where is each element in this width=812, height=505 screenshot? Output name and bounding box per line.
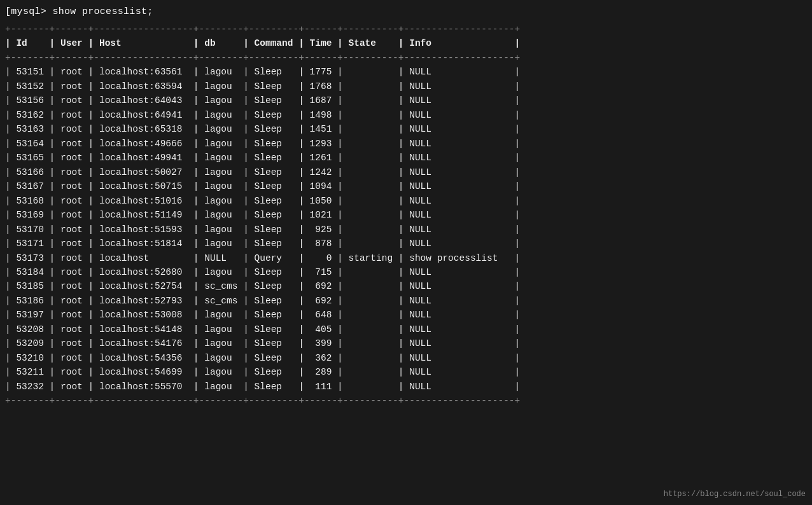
table-row: | 53209 | root | localhost:54176 | lagou… (5, 336, 807, 350)
table-row: | 53169 | root | localhost:51149 | lagou… (5, 208, 807, 222)
table-row: | 53197 | root | localhost:53008 | lagou… (5, 308, 807, 322)
prompt-line: [mysql> show processlist; (5, 6, 807, 17)
table-row: | 53164 | root | localhost:49666 | lagou… (5, 137, 807, 151)
table-row: | 53186 | root | localhost:52793 | sc_cm… (5, 294, 807, 308)
table-row: | 53211 | root | localhost:54699 | lagou… (5, 365, 807, 379)
table-row: | 53184 | root | localhost:52680 | lagou… (5, 265, 807, 279)
watermark: https://blog.csdn.net/soul_code (664, 490, 806, 499)
table-row: | 53156 | root | localhost:64043 | lagou… (5, 93, 807, 107)
table-header: | Id | User | Host | db | Command | Time… (5, 36, 807, 50)
table-row: | 53170 | root | localhost:51593 | lagou… (5, 223, 807, 237)
table-row: | 53210 | root | localhost:54356 | lagou… (5, 351, 807, 365)
table-row: | 53166 | root | localhost:50027 | lagou… (5, 165, 807, 179)
table-row: | 53167 | root | localhost:50715 | lagou… (5, 179, 807, 193)
table-row: | 53173 | root | localhost | NULL | Quer… (5, 251, 807, 265)
table-row: | 53208 | root | localhost:54148 | lagou… (5, 322, 807, 336)
table-row: | 53232 | root | localhost:55570 | lagou… (5, 380, 807, 394)
separator-bot: +-------+------+------------------+-----… (5, 394, 807, 408)
table-row: | 53162 | root | localhost:64941 | lagou… (5, 108, 807, 122)
table-row: | 53165 | root | localhost:49941 | lagou… (5, 151, 807, 165)
table-row: | 53163 | root | localhost:65318 | lagou… (5, 122, 807, 136)
separator-mid: +-------+------+------------------+-----… (5, 51, 807, 65)
table-container: +-------+------+------------------+-----… (5, 22, 807, 408)
table-row: | 53152 | root | localhost:63594 | lagou… (5, 80, 807, 93)
table-body: | 53151 | root | localhost:63561 | lagou… (5, 65, 807, 394)
table-row: | 53151 | root | localhost:63561 | lagou… (5, 65, 807, 79)
separator-top: +-------+------+------------------+-----… (5, 22, 807, 36)
table-row: | 53171 | root | localhost:51814 | lagou… (5, 237, 807, 251)
table-row: | 53168 | root | localhost:51016 | lagou… (5, 194, 807, 208)
table-row: | 53185 | root | localhost:52754 | sc_cm… (5, 279, 807, 293)
